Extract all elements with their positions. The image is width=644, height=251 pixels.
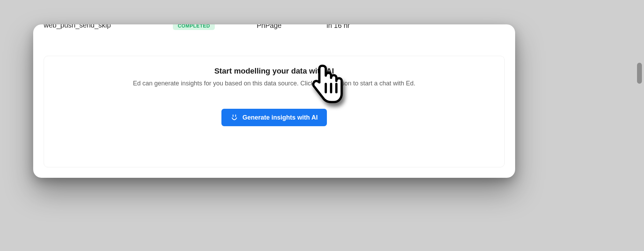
row-status-cell: COMPLETED <box>173 24 257 30</box>
generate-insights-label: Generate insights with AI <box>242 114 317 121</box>
row-type: PnPage <box>257 24 327 30</box>
scrollbar-thumb[interactable] <box>637 63 642 84</box>
smile-icon <box>230 114 238 121</box>
status-badge: COMPLETED <box>173 24 215 30</box>
table-row: web_push_send_skip COMPLETED PnPage in 1… <box>33 24 515 36</box>
row-time: in 16 hr <box>327 24 379 30</box>
ai-insights-panel: Start modelling your data with AI Ed can… <box>44 56 505 167</box>
scrollbar[interactable] <box>637 63 642 174</box>
generate-insights-button[interactable]: Generate insights with AI <box>221 109 327 126</box>
app-window: web_push_send_skip COMPLETED PnPage in 1… <box>33 24 515 178</box>
panel-subtitle: Ed can generate insights for you based o… <box>133 79 415 88</box>
row-name: web_push_send_skip <box>44 24 173 29</box>
panel-title: Start modelling your data with AI <box>214 67 334 76</box>
